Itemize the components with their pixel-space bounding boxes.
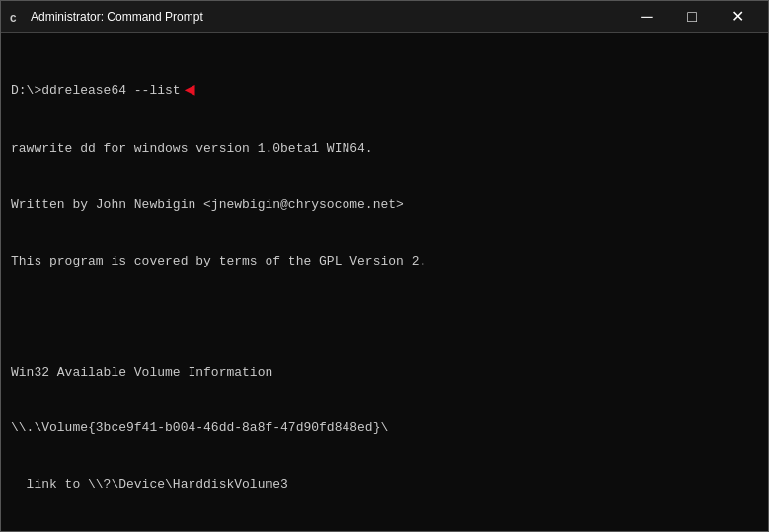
- output-line-1: rawwrite dd for windows version 1.0beta1…: [11, 140, 758, 159]
- output-line-6: \\.\Volume{3bce9f41-b004-46dd-8a8f-47d90…: [11, 419, 758, 438]
- command-prompt-window: C Administrator: Command Prompt ─ □ ✕ D:…: [0, 0, 769, 532]
- title-bar: C Administrator: Command Prompt ─ □ ✕: [1, 1, 768, 33]
- output-line-3: This program is covered by terms of the …: [11, 253, 758, 271]
- cmd-input-line: D:\>ddrelease64 --list◀: [11, 78, 758, 104]
- window-controls: ─ □ ✕: [624, 1, 760, 33]
- arrow-annotation: ◀: [185, 77, 195, 103]
- close-button[interactable]: ✕: [715, 1, 760, 33]
- maximize-button[interactable]: □: [669, 1, 715, 33]
- output-line-7: link to \\?\Device\HarddiskVolume3: [11, 476, 758, 494]
- cmd-prompt-text: D:\>ddrelease64 --list: [11, 83, 181, 98]
- output-line-5: Win32 Available Volume Information: [11, 364, 758, 383]
- minimize-button[interactable]: ─: [624, 1, 669, 33]
- app-icon: C: [9, 9, 25, 25]
- output-line-4: [11, 308, 758, 327]
- terminal-output[interactable]: D:\>ddrelease64 --list◀ rawwrite dd for …: [1, 33, 768, 531]
- window-title: Administrator: Command Prompt: [31, 10, 624, 24]
- svg-text:C: C: [10, 13, 17, 25]
- output-line-2: Written by John Newbigin <jnewbigin@chry…: [11, 196, 758, 215]
